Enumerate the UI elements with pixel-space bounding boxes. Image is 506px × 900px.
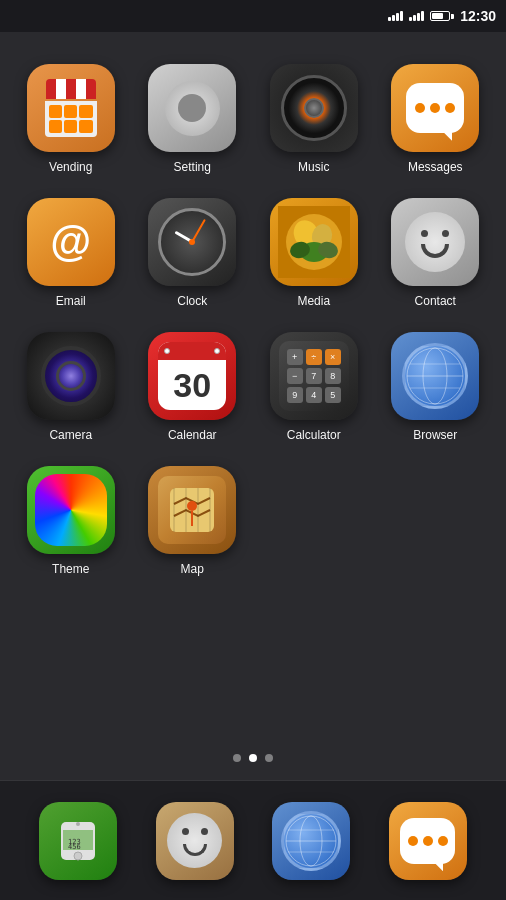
theme-label: Theme xyxy=(52,562,89,576)
dock-messages-bubble xyxy=(400,818,455,864)
phone-icon: 123 456 xyxy=(53,816,103,866)
camera-label: Camera xyxy=(49,428,92,442)
media-icon xyxy=(270,198,358,286)
calendar-icon: 30 xyxy=(148,332,236,420)
app-item-calendar[interactable]: 30 Calendar xyxy=(132,320,254,454)
dock: 123 456 xyxy=(0,780,506,900)
app-item-clock[interactable]: Clock xyxy=(132,186,254,320)
clock-icon xyxy=(148,198,236,286)
app-item-browser[interactable]: Browser xyxy=(375,320,497,454)
app-item-media[interactable]: Media xyxy=(253,186,375,320)
battery-icon xyxy=(430,11,454,21)
page-dot-1[interactable] xyxy=(233,754,241,762)
contact-icon xyxy=(391,198,479,286)
svg-point-13 xyxy=(187,501,197,511)
dock-item-contact[interactable] xyxy=(156,802,234,880)
dock-item-phone[interactable]: 123 456 xyxy=(39,802,117,880)
browser-icon xyxy=(391,332,479,420)
contact-label: Contact xyxy=(415,294,456,308)
app-item-camera[interactable]: Camera xyxy=(10,320,132,454)
vending-label: Vending xyxy=(49,160,92,174)
dock-contact-smile xyxy=(183,844,207,856)
calculator-label: Calculator xyxy=(287,428,341,442)
setting-label: Setting xyxy=(174,160,211,174)
camera-icon xyxy=(27,332,115,420)
page-indicators xyxy=(0,754,506,762)
status-time: 12:30 xyxy=(460,8,496,24)
browser-label: Browser xyxy=(413,428,457,442)
map-icon xyxy=(148,466,236,554)
app-item-contact[interactable]: Contact xyxy=(375,186,497,320)
calculator-icon: + ÷ × − 7 8 9 4 5 xyxy=(270,332,358,420)
app-item-messages[interactable]: Messages xyxy=(375,52,497,186)
email-label: Email xyxy=(56,294,86,308)
app-item-setting[interactable]: Setting xyxy=(132,52,254,186)
calendar-label: Calendar xyxy=(168,428,217,442)
setting-icon xyxy=(148,64,236,152)
dock-browser-globe xyxy=(281,811,341,871)
app-item-calculator[interactable]: + ÷ × − 7 8 9 4 5 Calculator xyxy=(253,320,375,454)
email-icon: @ xyxy=(27,198,115,286)
dock-item-messages[interactable] xyxy=(389,802,467,880)
app-item-email[interactable]: @ Email xyxy=(10,186,132,320)
svg-text:456: 456 xyxy=(68,843,81,851)
media-label: Media xyxy=(297,294,330,308)
dock-contact-eyes xyxy=(182,828,208,835)
svg-point-20 xyxy=(76,822,80,826)
dock-item-browser[interactable] xyxy=(272,802,350,880)
page-dot-3[interactable] xyxy=(265,754,273,762)
svg-point-21 xyxy=(74,852,82,860)
network-icon xyxy=(409,11,424,21)
app-item-map[interactable]: Map xyxy=(132,454,254,588)
signal-icon xyxy=(388,11,403,21)
app-item-theme[interactable]: Theme xyxy=(10,454,132,588)
messages-icon xyxy=(391,64,479,152)
clock-label: Clock xyxy=(177,294,207,308)
theme-icon xyxy=(27,466,115,554)
dock-contact-face xyxy=(167,813,222,868)
page-dot-2[interactable] xyxy=(249,754,257,762)
app-item-music[interactable]: Music xyxy=(253,52,375,186)
music-label: Music xyxy=(298,160,329,174)
status-bar: 12:30 xyxy=(0,0,506,32)
music-icon xyxy=(270,64,358,152)
messages-label: Messages xyxy=(408,160,463,174)
app-grid: Vending Setting Music Messages xyxy=(0,32,506,608)
vending-icon xyxy=(27,64,115,152)
map-label: Map xyxy=(181,562,204,576)
app-item-vending[interactable]: Vending xyxy=(10,52,132,186)
